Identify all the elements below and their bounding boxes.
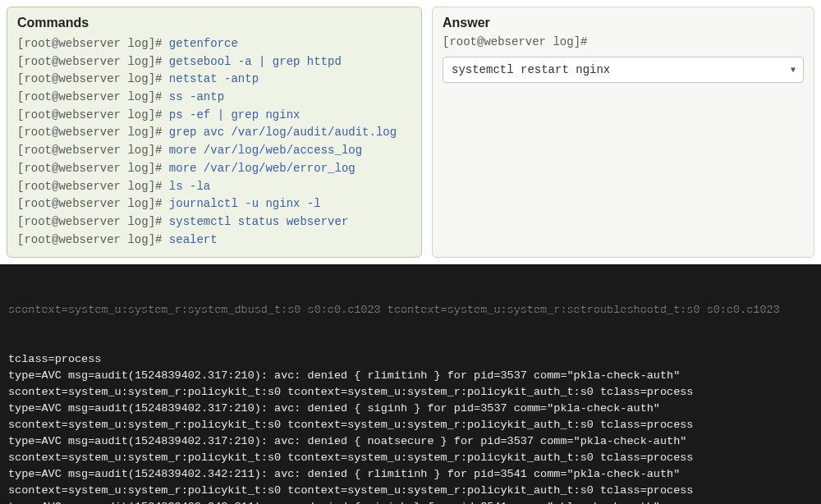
command-line: [root@webserver log]# grep avc /var/log/… [17,124,411,142]
command-line: [root@webserver log]# ls -la [17,178,411,196]
terminal-line: scontext=system_u:system_r:policykit_t:s… [8,450,813,466]
command-link[interactable]: getenforce [169,37,238,50]
shell-prompt: [root@webserver log]# [17,215,169,228]
commands-title: Commands [17,16,411,30]
command-line: [root@webserver log]# journalctl -u ngin… [17,195,411,213]
shell-prompt: [root@webserver log]# [17,72,169,85]
terminal-line: scontext=system_u:system_r:policykit_t:s… [8,417,813,433]
shell-prompt: [root@webserver log]# [17,108,169,121]
terminal-line: type=AVC msg=audit(1524839402.317:210): … [8,433,813,450]
command-line: [root@webserver log]# systemctl status w… [17,213,411,231]
shell-prompt: [root@webserver log]# [17,126,169,139]
command-line: [root@webserver log]# ss -antp [17,89,411,107]
command-line: [root@webserver log]# more /var/log/web/… [17,142,411,160]
command-link[interactable]: journalctl -u nginx -l [169,197,321,210]
answer-prompt: [root@webserver log]# [443,35,804,48]
shell-prompt: [root@webserver log]# [17,197,169,210]
terminal-output: scontext=system_u:system_r:system_dbusd_… [0,264,821,504]
command-line: [root@webserver log]# getsebool -a | gre… [17,53,411,71]
terminal-line: type=AVC msg=audit(1524839402.342:211): … [8,499,813,504]
shell-prompt: [root@webserver log]# [17,144,169,157]
terminal-line: type=AVC msg=audit(1524839402.317:210): … [8,401,813,417]
command-link[interactable]: more /var/log/web/access_log [169,144,362,157]
answer-select[interactable]: systemctl restart nginx [443,57,804,83]
answer-panel: Answer [root@webserver log]# systemctl r… [432,7,814,258]
commands-panel: Commands [root@webserver log]# getenforc… [7,7,422,258]
shell-prompt: [root@webserver log]# [17,37,169,50]
command-line: [root@webserver log]# sealert [17,231,411,250]
command-link[interactable]: ss -antp [169,90,224,103]
command-link[interactable]: systemctl status webserver [169,215,348,228]
command-link[interactable]: ls -la [169,180,210,193]
commands-list: [root@webserver log]# getenforce[root@we… [17,35,411,249]
answer-title: Answer [443,16,804,30]
terminal-line: tclass=process [8,351,813,368]
command-link[interactable]: netstat -antp [169,72,259,85]
command-link[interactable]: more /var/log/web/error_log [169,162,355,175]
terminal-line: type=AVC msg=audit(1524839402.342:211): … [8,466,813,483]
terminal-line: type=AVC msg=audit(1524839402.317:210): … [8,368,813,384]
terminal-line: scontext=system_u:system_r:policykit_t:s… [8,483,813,499]
shell-prompt: [root@webserver log]# [17,90,169,103]
command-line: [root@webserver log]# ps -ef | grep ngin… [17,107,411,125]
command-line: [root@webserver log]# netstat -antp [17,71,411,89]
shell-prompt: [root@webserver log]# [17,233,169,246]
command-link[interactable]: sealert [169,233,218,246]
terminal-line-truncated: scontext=system_u:system_r:system_dbusd_… [8,302,813,318]
answer-select-wrap: systemctl restart nginx ▼ [443,57,804,83]
shell-prompt: [root@webserver log]# [17,180,169,193]
terminal-body: tclass=processtype=AVC msg=audit(1524839… [8,351,813,504]
command-line: [root@webserver log]# getenforce [17,35,411,53]
command-link[interactable]: ps -ef | grep nginx [169,108,300,121]
terminal-line: scontext=system_u:system_r:policykit_t:s… [8,384,813,401]
shell-prompt: [root@webserver log]# [17,162,169,175]
command-line: [root@webserver log]# more /var/log/web/… [17,160,411,178]
command-link[interactable]: grep avc /var/log/audit/audit.log [169,126,397,139]
top-panels: Commands [root@webserver log]# getenforc… [0,0,821,264]
command-link[interactable]: getsebool -a | grep httpd [169,55,342,68]
shell-prompt: [root@webserver log]# [17,55,169,68]
